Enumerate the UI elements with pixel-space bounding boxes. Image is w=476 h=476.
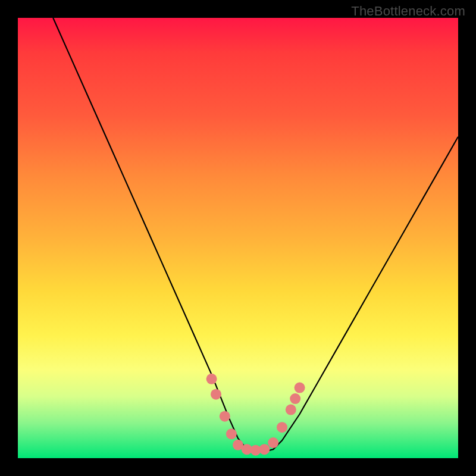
curve-marker: [286, 405, 296, 415]
bottleneck-curve: [53, 18, 458, 452]
curve-marker: [220, 411, 230, 422]
plot-area: [18, 18, 458, 458]
curve-marker: [226, 428, 237, 439]
curve-marker: [277, 422, 287, 433]
curve-marker: [268, 437, 278, 448]
marker-layer: [206, 374, 305, 456]
curve-marker: [206, 374, 217, 384]
chart-frame: TheBottleneck.com: [0, 0, 476, 476]
watermark-text: TheBottleneck.com: [351, 4, 465, 19]
curve-layer: [18, 18, 458, 458]
curve-marker: [295, 383, 305, 393]
curve-marker: [290, 393, 300, 404]
curve-marker: [211, 389, 221, 400]
curve-marker: [259, 444, 270, 455]
